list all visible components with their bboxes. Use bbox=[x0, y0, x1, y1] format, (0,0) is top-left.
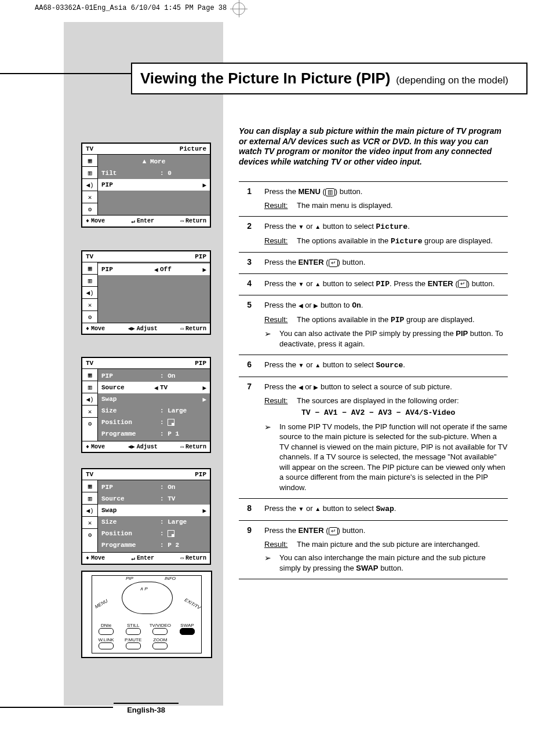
osd-icon-column: ▦ ▥ ◀) ✕ ⚙ bbox=[82, 155, 98, 215]
channel-icon: ✕ bbox=[82, 191, 97, 203]
osd2-pip: PIP bbox=[101, 266, 154, 273]
osd-footer-move: Move bbox=[86, 217, 105, 225]
osd4-source-v: : TV bbox=[160, 495, 201, 502]
title-sub: (depending on the model) bbox=[396, 75, 508, 86]
osd2-title: PIP bbox=[195, 253, 206, 260]
step-number: 1 bbox=[239, 187, 254, 210]
left-icon: ◀ bbox=[299, 302, 303, 309]
step-number: 8 bbox=[239, 503, 254, 514]
picture-icon: ▦ bbox=[82, 480, 97, 492]
osd4-position: Position bbox=[101, 530, 160, 537]
osd-footer-enter: Enter bbox=[137, 555, 154, 561]
setup-icon: ⚙ bbox=[82, 418, 97, 429]
osd-footer-move: Move bbox=[91, 555, 105, 561]
intro-text: You can display a sub picture within the… bbox=[239, 126, 505, 167]
osd-footer-return: Return bbox=[181, 217, 206, 225]
step-number: 2 bbox=[239, 221, 254, 246]
registration-mark-icon bbox=[232, 2, 245, 15]
osd-footer-move: Move bbox=[86, 325, 105, 332]
speaker-icon: ◀) bbox=[82, 505, 97, 517]
osd4-size: Size bbox=[101, 518, 160, 525]
speaker-icon: ◀) bbox=[82, 287, 97, 299]
osd-footer-return: Return bbox=[185, 444, 206, 450]
enter-icon: ↵ bbox=[329, 259, 338, 267]
remote-still: STILL bbox=[127, 623, 139, 628]
print-header-text: AA68-03362A-01Eng_Asia 6/10/04 1:45 PM P… bbox=[35, 4, 227, 12]
osd3-source: Source bbox=[101, 384, 154, 391]
step-number: 9 bbox=[239, 525, 254, 573]
picture-icon: ▦ bbox=[82, 369, 97, 381]
remote-menu-label: MENU bbox=[94, 598, 108, 610]
result-label: Result: bbox=[264, 315, 297, 326]
step-number: 4 bbox=[239, 279, 254, 290]
page-footer: English-38 bbox=[114, 703, 179, 714]
remote-info-label: INFO bbox=[165, 576, 176, 581]
sound-icon: ▥ bbox=[82, 167, 97, 179]
remote-swap: SWAP bbox=[180, 623, 194, 628]
osd3-pip-v: : On bbox=[160, 372, 201, 379]
speaker-icon: ◀) bbox=[82, 393, 97, 406]
osd-header-title: Picture bbox=[180, 145, 206, 152]
note-arrow-icon: ➢ bbox=[264, 553, 275, 573]
remote-p-label: P bbox=[144, 586, 147, 591]
speaker-icon: ◀) bbox=[82, 179, 97, 191]
osd3-title: PIP bbox=[195, 360, 206, 367]
osd-footer-return: Return bbox=[181, 325, 206, 332]
down-icon: ▼ bbox=[299, 224, 304, 230]
step-8: 8 Press the ▼ or ▲ button to select Swap… bbox=[239, 498, 508, 520]
osd-tilt-value: : 0 bbox=[160, 170, 201, 177]
updown-icon bbox=[86, 218, 89, 224]
osd-pip-swap-menu: TV PIP ▦ ▥ ◀) ✕ ⚙ PIP: On Source: TV Swa… bbox=[81, 468, 211, 565]
osd-pip-source-menu: TV PIP ▦ ▥ ◀) ✕ ⚙ PIP: On Source◀TV▶ Swa… bbox=[81, 357, 211, 453]
osd-footer-adjust: Adjust bbox=[137, 444, 158, 450]
step-3: 3 Press the ENTER (↵) button. bbox=[239, 252, 508, 273]
remote-zoom: ZOOM bbox=[153, 637, 167, 642]
step-6: 6 Press the ▼ or ▲ button to select Sour… bbox=[239, 355, 508, 377]
osd-picture-menu: TV Picture ▦ ▥ ◀) ✕ ⚙ ▲ More Tilt: 0 PIP… bbox=[81, 143, 211, 228]
sources-list: TV − AV1 − AV2 − AV3 − AV4/S-Video bbox=[301, 408, 508, 418]
remote-dnie: DNIe bbox=[101, 623, 111, 628]
remote-illustration: PIP INFO MENU EXIT/TV ∧ P DNIe STILL TV/… bbox=[81, 571, 212, 658]
osd-pip-off-menu: TV PIP ▦ ▥ ◀) ✕ ⚙ PIP◀Off▶ Move ◀▶ Adjus… bbox=[81, 250, 211, 335]
title-main: Viewing the Picture In Picture (PIP) bbox=[140, 70, 391, 87]
result-label: Result: bbox=[264, 200, 297, 211]
bottom-rule bbox=[0, 707, 113, 708]
position-icon bbox=[168, 419, 174, 426]
channel-icon: ✕ bbox=[82, 406, 97, 418]
enter-icon: ↵ bbox=[458, 280, 467, 288]
channel-icon: ✕ bbox=[82, 517, 97, 529]
osd4-tv: TV bbox=[86, 471, 93, 478]
osd3-programme: Programme bbox=[101, 430, 160, 437]
result-text: The main picture and the sub picture are… bbox=[297, 539, 508, 550]
enter-icon bbox=[131, 217, 135, 225]
down-icon: ▼ bbox=[299, 506, 304, 512]
remote-tvvideo: TV/VIDEO bbox=[150, 623, 171, 628]
step-number: 6 bbox=[239, 360, 254, 371]
step-4: 4 Press the ▼ or ▲ button to select PIP.… bbox=[239, 273, 508, 295]
osd2-off: Off bbox=[160, 266, 201, 273]
osd3-swap: Swap bbox=[101, 396, 160, 403]
left-icon: ◀ bbox=[299, 384, 303, 390]
step-9: 9 Press the ENTER (↵) button. Result:The… bbox=[239, 520, 508, 579]
setup-icon: ⚙ bbox=[82, 203, 97, 215]
osd3-size: Size bbox=[101, 407, 160, 414]
osd4-programme: Programme bbox=[101, 542, 160, 549]
osd-header-tv: TV bbox=[86, 145, 93, 152]
step-number: 3 bbox=[239, 257, 254, 268]
channel-icon: ✕ bbox=[82, 299, 97, 311]
setup-icon: ⚙ bbox=[82, 529, 97, 540]
sound-icon: ▥ bbox=[82, 275, 97, 287]
step-number: 7 bbox=[239, 382, 254, 492]
result-text: The sources are displayed in the followi… bbox=[297, 396, 508, 406]
sound-icon: ▥ bbox=[82, 492, 97, 505]
osd3-programme-v: : P 1 bbox=[160, 430, 201, 437]
osd-tilt: Tilt bbox=[101, 170, 160, 177]
step-number: 5 bbox=[239, 300, 254, 349]
step-7: 7 Press the ◀ or ▶ button to select a so… bbox=[239, 377, 508, 498]
result-text: The main menu is displayed. bbox=[297, 200, 508, 211]
picture-icon: ▦ bbox=[82, 155, 97, 167]
osd3-position: Position bbox=[101, 419, 160, 426]
sound-icon: ▥ bbox=[82, 381, 97, 393]
return-icon bbox=[181, 218, 184, 224]
osd4-swap: Swap bbox=[101, 507, 160, 514]
